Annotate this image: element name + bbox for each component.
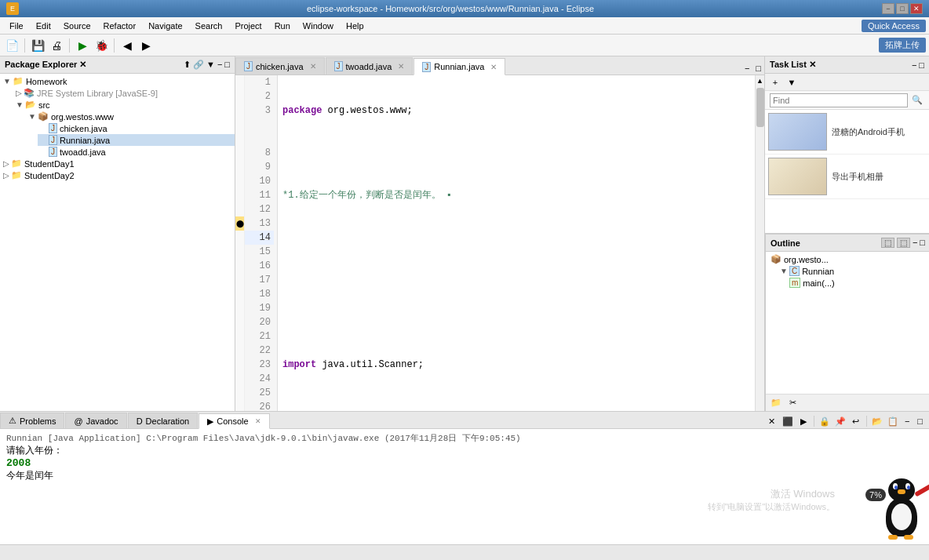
task-search-bar: 🔍 [765,91,929,110]
tab-close-icon[interactable]: ✕ [398,62,404,71]
task-search-input[interactable] [770,93,908,107]
save-button[interactable]: 💾 [29,37,46,54]
tree-item-jre[interactable]: ▷ 📚 JRE System Library [JavaSE-9] [13,87,235,99]
tree-item-runnian[interactable]: ▷ J Runnian.java [38,134,235,146]
tree-item-chicken[interactable]: ▷ J chicken.java [38,122,235,134]
tree-item-homework[interactable]: ▼ 📁 Homework [0,75,235,87]
task-search-button[interactable]: 🔍 [910,93,924,107]
tree-item-src[interactable]: ▼ 📂 src [13,99,235,111]
editor-scrollbar[interactable]: ▲ [755,75,764,411]
outline-panel: Outline ⬚ ⬚ − □ 📦 org.westo... ▼ C Runni… [765,234,929,411]
tree-item-label: StudentDay2 [24,171,75,180]
console-run-button[interactable]: ▶ [796,414,811,428]
perspective-button[interactable]: 拓牌上传 [879,38,926,53]
back-button[interactable]: ◀ [118,37,136,54]
maximize-panel-icon[interactable]: □ [224,60,230,70]
task-panel-min-icon[interactable]: − [912,60,916,70]
close-button[interactable]: ✕ [910,3,923,14]
editor-max-icon[interactable]: □ [752,62,764,75]
forward-button[interactable]: ▶ [137,37,155,54]
tree-item-studentday1[interactable]: ▷ 📁 StudentDay1 [0,158,235,169]
tab-declaration[interactable]: D Declaration [128,413,199,428]
java-tab-icon: J [334,61,343,71]
scroll-up-arrow[interactable]: ▲ [755,75,764,86]
outline-content: 📦 org.westo... ▼ C Runnian m main(...) [766,252,929,394]
outline-item-main[interactable]: m main(...) [786,277,928,289]
bottom-min-icon[interactable]: − [902,415,913,427]
outline-min-icon[interactable]: − [913,238,917,248]
console-stop-button[interactable]: ⬛ [781,414,795,428]
link-editor-icon[interactable]: 🔗 [193,60,204,70]
task-filter-button[interactable]: ▼ [785,75,799,89]
panel-menu-icon[interactable]: ▼ [206,60,215,70]
outline-item-class[interactable]: ▼ C Runnian [777,265,928,277]
scroll-thumb[interactable] [756,88,764,127]
outline-toolbar-btn1[interactable]: ⬚ [881,238,894,248]
menu-file[interactable]: File [3,20,30,32]
task-list-header: Task List ✕ − □ [765,56,929,74]
menu-help[interactable]: Help [340,20,370,32]
menu-refactor[interactable]: Refactor [97,20,143,32]
outline-toolbar-btn2[interactable]: ⬚ [897,238,910,248]
menu-project[interactable]: Project [228,20,268,32]
tab-label: Javadoc [86,416,118,426]
bottom-max-icon[interactable]: □ [914,415,926,427]
tab-twoadd[interactable]: J twoadd.java ✕ [326,57,413,75]
console-open-file-button[interactable]: 📂 [870,414,884,428]
problems-icon: ⚠ [9,416,16,426]
tab-runnian[interactable]: J Runnian.java ✕ [413,58,505,75]
java-file-icon: J [49,123,57,133]
menu-navigate[interactable]: Navigate [142,20,188,32]
tab-close-icon[interactable]: ✕ [310,62,316,71]
console-word-wrap-button[interactable]: ↩ [849,414,863,428]
tab-label: Declaration [146,416,190,426]
code-line-8 [282,315,755,329]
menu-search[interactable]: Search [189,20,229,32]
tree-item-package[interactable]: ▼ 📦 org.westos.www [25,111,235,122]
outline-item-package[interactable]: 📦 org.westo... [767,253,928,265]
minimize-panel-icon[interactable]: − [217,60,222,70]
code-line-9: import java.util.Scanner; [282,358,755,372]
tab-console[interactable]: ▶ Console ✕ [199,413,269,429]
task-item-1[interactable]: 澄糖的Android手机 [765,110,929,155]
new-button[interactable]: 📄 [3,37,20,54]
task-add-button[interactable]: + [768,75,782,89]
menu-edit[interactable]: Edit [30,20,57,32]
tree-item-studentday2[interactable]: ▷ 📁 StudentDay2 [0,169,235,181]
console-scroll-lock-button[interactable]: 🔒 [818,414,832,428]
task-thumb-1 [768,113,827,151]
console-copy-button[interactable]: 📋 [886,414,900,428]
package-explorer-panel: Package Explorer ✕ ⬆ 🔗 ▼ − □ ▼ 📁 Homewor… [0,56,235,411]
menu-source[interactable]: Source [57,20,97,32]
code-editor[interactable]: ⬤ 1 2 3 8 9 10 11 12 13 14 15 16 17 18 1… [235,75,764,411]
outline-max-icon[interactable]: □ [920,238,925,248]
maximize-button[interactable]: □ [896,3,909,14]
tab-close-icon[interactable]: ✕ [490,63,497,71]
toolbar-separator3 [114,38,115,53]
task-item-2[interactable]: 导出手机相册 [765,155,929,199]
menu-run[interactable]: Run [268,20,297,32]
titlebar-icon: E [6,2,19,15]
quick-access-button[interactable]: Quick Access [862,20,926,32]
tab-close-icon[interactable]: ✕ [255,417,261,425]
menu-window[interactable]: Window [297,20,340,32]
print-button[interactable]: 🖨 [48,37,65,54]
outline-btn1[interactable]: 📁 [769,396,783,410]
minimize-button[interactable]: − [882,3,894,14]
tab-javadoc[interactable]: @ Javadoc [65,413,126,428]
console-clear-button[interactable]: ✕ [765,414,779,428]
tab-problems[interactable]: ⚠ Problems [0,413,64,428]
debug-button[interactable]: 🐞 [93,37,110,54]
tab-chicken[interactable]: J chicken.java ✕ [235,57,325,75]
tree-item-label: org.westos.www [51,112,114,122]
run-button[interactable]: ▶ [74,37,91,54]
task-panel-max-icon[interactable]: □ [919,60,924,70]
collapse-all-icon[interactable]: ⬆ [184,60,191,70]
tab-label: Console [217,416,248,426]
editor-min-icon[interactable]: − [741,62,752,75]
tree-item-twoadd[interactable]: ▷ J twoadd.java [38,146,235,158]
console-pin-button[interactable]: 📌 [833,414,847,428]
code-text[interactable]: package org.westos.www; *1.给定一个年份，判断是否是闰… [278,75,755,411]
outline-btn2[interactable]: ✂ [785,396,800,410]
package-explorer-header: Package Explorer ✕ ⬆ 🔗 ▼ − □ [0,56,235,74]
